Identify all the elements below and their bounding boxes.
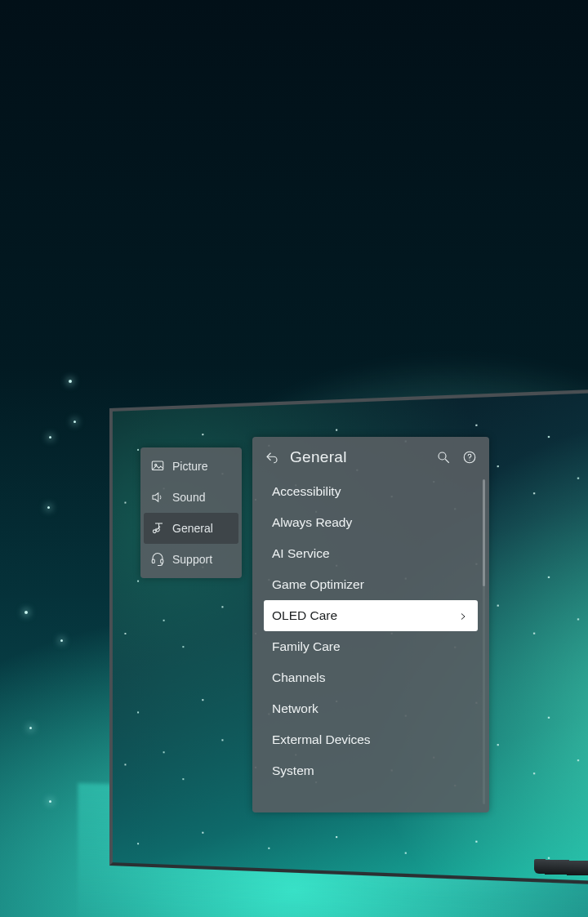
settings-row-label: Always Ready bbox=[272, 515, 352, 530]
settings-row-label: OLED Care bbox=[272, 608, 337, 623]
settings-row-label: Accessibility bbox=[272, 484, 341, 499]
settings-row-label: Network bbox=[272, 701, 318, 716]
settings-header: General bbox=[252, 437, 489, 476]
settings-list: Accessibility Always Ready AI Service Ga… bbox=[252, 476, 489, 812]
ambient-dot bbox=[60, 639, 63, 642]
sidebar-item-label: General bbox=[172, 523, 213, 534]
ambient-dot bbox=[29, 727, 32, 729]
settings-row-always-ready[interactable]: Always Ready bbox=[252, 507, 489, 538]
settings-row-label: AI Service bbox=[272, 546, 330, 561]
general-icon bbox=[150, 521, 165, 536]
scrollbar[interactable] bbox=[483, 479, 485, 804]
ambient-dot bbox=[74, 421, 76, 423]
support-icon bbox=[150, 552, 165, 567]
svg-point-5 bbox=[439, 452, 446, 460]
settings-row-external-devices[interactable]: Extermal Devices bbox=[252, 724, 489, 755]
picture-icon bbox=[150, 459, 165, 474]
settings-row-label: System bbox=[272, 763, 314, 778]
chevron-right-icon bbox=[458, 610, 470, 621]
settings-row-label: Game Optimizer bbox=[272, 577, 364, 592]
settings-title: General bbox=[290, 448, 425, 466]
svg-rect-3 bbox=[152, 559, 154, 563]
settings-sidebar: Picture Sound General Support bbox=[140, 447, 242, 578]
ambient-dot bbox=[69, 380, 72, 383]
settings-row-family-care[interactable]: Family Care bbox=[252, 631, 489, 662]
settings-row-label: Extermal Devices bbox=[272, 732, 371, 747]
svg-point-2 bbox=[153, 530, 156, 533]
sound-icon bbox=[150, 490, 165, 505]
help-button[interactable] bbox=[461, 449, 478, 465]
settings-main-panel: General Accessibility Always Ready AI Se… bbox=[252, 437, 489, 812]
sidebar-item-general[interactable]: General bbox=[144, 513, 238, 544]
settings-row-accessibility[interactable]: Accessibility bbox=[252, 476, 489, 507]
ambient-dot bbox=[24, 611, 28, 614]
settings-row-label: Channels bbox=[272, 670, 326, 685]
back-button[interactable] bbox=[264, 449, 280, 465]
sidebar-item-label: Picture bbox=[172, 461, 208, 472]
svg-point-7 bbox=[469, 460, 470, 461]
ambient-dot bbox=[47, 506, 50, 509]
settings-row-game-optimizer[interactable]: Game Optimizer bbox=[252, 569, 489, 600]
sidebar-item-label: Support bbox=[172, 554, 212, 565]
settings-row-network[interactable]: Network bbox=[252, 693, 489, 724]
ambient-dot bbox=[49, 800, 51, 803]
settings-row-system[interactable]: System bbox=[252, 755, 489, 786]
scrollbar-thumb[interactable] bbox=[483, 479, 485, 586]
sidebar-item-label: Sound bbox=[172, 492, 205, 503]
search-button[interactable] bbox=[435, 449, 452, 465]
svg-rect-4 bbox=[161, 559, 163, 563]
settings-row-ai-service[interactable]: AI Service bbox=[252, 538, 489, 569]
ambient-dot bbox=[49, 436, 51, 438]
sidebar-item-sound[interactable]: Sound bbox=[140, 482, 242, 513]
sidebar-item-picture[interactable]: Picture bbox=[140, 451, 242, 482]
settings-row-oled-care[interactable]: OLED Care bbox=[264, 600, 478, 631]
sidebar-item-support[interactable]: Support bbox=[140, 544, 242, 575]
settings-row-channels[interactable]: Channels bbox=[252, 662, 489, 693]
settings-row-label: Family Care bbox=[272, 639, 341, 654]
